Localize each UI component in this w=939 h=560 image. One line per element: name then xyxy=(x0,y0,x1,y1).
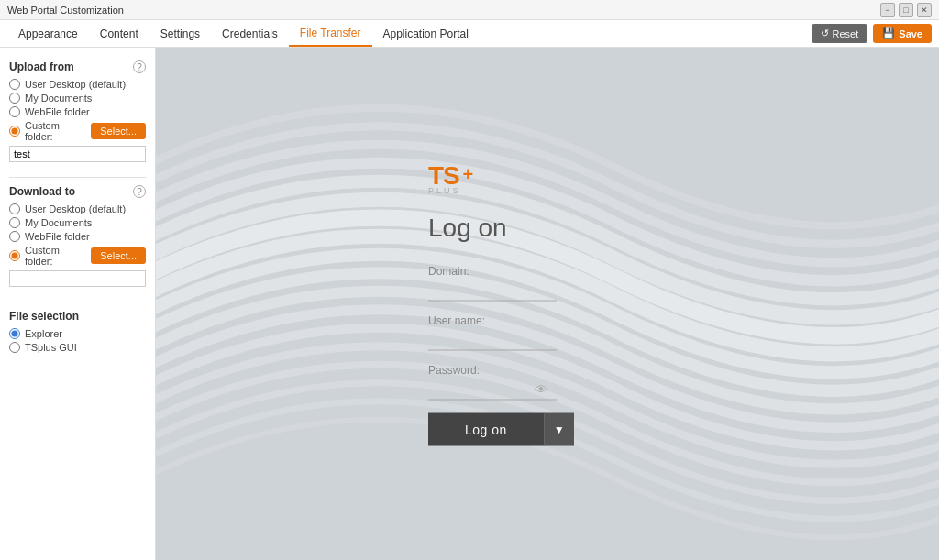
upload-folder-input[interactable] xyxy=(9,146,146,162)
upload-option-desktop: User Desktop (default) xyxy=(9,79,146,90)
username-label: User name: xyxy=(428,313,667,326)
username-input[interactable] xyxy=(428,328,557,350)
tab-appearance[interactable]: Appearance xyxy=(7,20,89,47)
download-docs-label[interactable]: My Documents xyxy=(25,217,92,228)
logo-plus-sign: + xyxy=(463,163,474,184)
fs-option-explorer: Explorer xyxy=(9,328,146,339)
file-selection-title: File selection xyxy=(9,310,79,323)
upload-option-webfile: WebFile folder xyxy=(9,106,146,117)
tab-file-transfer[interactable]: File Transfer xyxy=(289,20,372,47)
domain-label: Domain: xyxy=(428,264,667,277)
tab-content[interactable]: Content xyxy=(89,20,149,47)
fs-explorer-label[interactable]: Explorer xyxy=(25,328,62,339)
fs-explorer-radio[interactable] xyxy=(9,328,20,339)
upload-help-icon[interactable]: ? xyxy=(133,60,146,73)
download-options: User Desktop (default) My Documents WebF… xyxy=(9,203,146,267)
logon-dropdown-button[interactable]: ▼ xyxy=(544,412,574,445)
menu-tabs: Appearance Content Settings Credentials … xyxy=(7,20,480,47)
reset-icon: ↺ xyxy=(821,27,829,39)
file-selection-section: File selection Explorer TSplus GUI xyxy=(9,310,146,353)
download-docs-radio[interactable] xyxy=(9,217,20,228)
domain-field: Domain: xyxy=(428,264,667,301)
minimize-button[interactable]: − xyxy=(880,3,895,17)
download-webfile-radio[interactable] xyxy=(9,231,20,242)
domain-input[interactable] xyxy=(428,279,557,301)
save-icon: 💾 xyxy=(882,27,895,39)
upload-webfile-label[interactable]: WebFile folder xyxy=(25,106,90,117)
preview-panel: TS PLUS + Log on Domain: User name: Pass… xyxy=(156,48,939,560)
divider-2 xyxy=(9,302,146,302)
fs-tsplus-radio[interactable] xyxy=(9,342,20,353)
tsplus-logo: TS PLUS + xyxy=(428,162,667,194)
tab-application-portal[interactable]: Application Portal xyxy=(372,20,480,47)
reset-button[interactable]: ↺ Reset xyxy=(812,24,868,43)
upload-select-button[interactable]: Select... xyxy=(91,123,146,139)
logo-ts: TS xyxy=(428,162,461,188)
upload-desktop-label[interactable]: User Desktop (default) xyxy=(25,79,126,90)
window-controls: − □ ✕ xyxy=(880,3,932,17)
tab-settings[interactable]: Settings xyxy=(149,20,211,47)
download-select-button[interactable]: Select... xyxy=(91,247,146,264)
upload-option-custom: Custom folder: Select... xyxy=(9,120,146,142)
download-section-header: Download to ? xyxy=(9,185,146,198)
password-field: Password: 👁 xyxy=(428,363,667,400)
download-option-custom: Custom folder: Select... xyxy=(9,245,146,267)
fs-tsplus-label[interactable]: TSplus GUI xyxy=(25,342,77,353)
download-help-icon[interactable]: ? xyxy=(133,185,146,198)
upload-desktop-radio[interactable] xyxy=(9,79,20,90)
upload-custom-radio[interactable] xyxy=(9,126,20,137)
download-option-docs: My Documents xyxy=(9,217,146,228)
login-form: TS PLUS + Log on Domain: User name: Pass… xyxy=(410,135,685,473)
save-button[interactable]: 💾 Save xyxy=(873,24,932,43)
title-bar: Web Portal Customization − □ ✕ xyxy=(0,0,939,20)
download-title: Download to xyxy=(9,185,75,198)
download-option-desktop: User Desktop (default) xyxy=(9,203,146,214)
download-custom-radio[interactable] xyxy=(9,250,20,261)
download-option-webfile: WebFile folder xyxy=(9,231,146,242)
close-button[interactable]: ✕ xyxy=(917,3,932,17)
download-webfile-label[interactable]: WebFile folder xyxy=(25,231,90,242)
download-desktop-radio[interactable] xyxy=(9,203,20,214)
upload-options: User Desktop (default) My Documents WebF… xyxy=(9,79,146,142)
upload-section-header: Upload from ? xyxy=(9,60,146,73)
username-field: User name: xyxy=(428,313,667,350)
show-password-icon[interactable]: 👁 xyxy=(535,381,547,396)
fs-option-tsplus: TSplus GUI xyxy=(9,342,146,353)
menu-bar: Appearance Content Settings Credentials … xyxy=(0,20,939,48)
upload-title: Upload from xyxy=(9,60,74,73)
file-selection-options: Explorer TSplus GUI xyxy=(9,328,146,353)
upload-option-docs: My Documents xyxy=(9,93,146,104)
divider-1 xyxy=(9,177,146,178)
download-desktop-label[interactable]: User Desktop (default) xyxy=(25,203,126,214)
left-panel: Upload from ? User Desktop (default) My … xyxy=(0,48,156,560)
download-custom-label[interactable]: Custom folder: xyxy=(25,245,86,267)
menu-actions: ↺ Reset 💾 Save xyxy=(812,24,932,43)
upload-docs-label[interactable]: My Documents xyxy=(25,93,92,104)
logon-title: Log on xyxy=(428,213,667,242)
logo-plus-text: PLUS xyxy=(428,186,461,194)
maximize-button[interactable]: □ xyxy=(899,3,913,17)
logon-button-row: Log on ▼ xyxy=(428,412,667,445)
main-layout: Upload from ? User Desktop (default) My … xyxy=(0,48,939,560)
password-label: Password: xyxy=(428,363,667,376)
upload-webfile-radio[interactable] xyxy=(9,106,20,117)
window-title: Web Portal Customization xyxy=(7,5,124,16)
tab-credentials[interactable]: Credentials xyxy=(211,20,289,47)
upload-custom-label[interactable]: Custom folder: xyxy=(25,120,86,142)
logon-button[interactable]: Log on xyxy=(428,412,544,445)
download-folder-input[interactable] xyxy=(9,270,146,287)
upload-docs-radio[interactable] xyxy=(9,93,20,104)
